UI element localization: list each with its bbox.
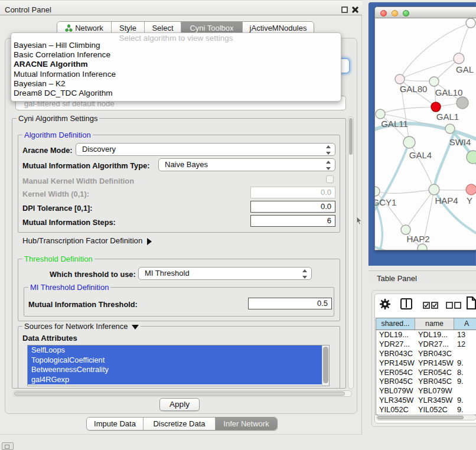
network-node-hap2[interactable] bbox=[401, 225, 410, 234]
network-node-swi4[interactable] bbox=[445, 124, 455, 133]
gear-icon[interactable] bbox=[379, 298, 391, 310]
table-row[interactable]: YDL19...YDL19...13 bbox=[376, 330, 476, 340]
hub-definition-toggle[interactable]: Hub/Transcription Factor Definition bbox=[22, 236, 152, 246]
checked-boxes-icon[interactable] bbox=[423, 302, 438, 309]
attribute-item[interactable]: gal4RGexp bbox=[28, 375, 322, 385]
table-cell: YER054C bbox=[376, 368, 415, 377]
tab-discretize-data[interactable]: Discretize Data bbox=[144, 418, 216, 430]
column-header[interactable]: shared... bbox=[376, 318, 415, 330]
column-header[interactable]: A bbox=[454, 318, 476, 330]
control-panel-titlebar bbox=[0, 0, 362, 15]
algorithm-dropdown-list: Select algorithm to view settings Bayesi… bbox=[11, 32, 341, 102]
which-threshold-combobox[interactable]: MI Threshold bbox=[138, 267, 312, 280]
tab-infer-network[interactable]: Infer Network bbox=[216, 418, 277, 430]
docked-panel-button[interactable] bbox=[2, 442, 14, 450]
network-node-hap4[interactable] bbox=[429, 184, 439, 195]
network-node-gcy1[interactable] bbox=[375, 187, 380, 196]
apply-button[interactable]: Apply bbox=[159, 398, 200, 411]
table-cell: YIL052C bbox=[376, 405, 415, 415]
network-node[interactable] bbox=[418, 244, 427, 250]
table-cell: 9. bbox=[454, 405, 476, 415]
mi-type-combobox[interactable]: Naive Bayes bbox=[158, 158, 335, 171]
network-node-y[interactable] bbox=[466, 184, 476, 195]
minimize-traffic-light[interactable] bbox=[392, 10, 398, 17]
network-node-gal1[interactable] bbox=[431, 102, 441, 112]
mi-steps-field[interactable]: 6 bbox=[250, 215, 335, 227]
algorithm-option[interactable]: ARACNE Algorithm bbox=[11, 60, 341, 69]
which-threshold-label: Which threshold to use: bbox=[50, 269, 136, 279]
table-cell: YIL052C bbox=[415, 405, 454, 415]
column-header[interactable]: name bbox=[415, 318, 454, 330]
close-icon[interactable] bbox=[351, 5, 359, 14]
kernel-width-field[interactable]: 0.0 bbox=[250, 187, 335, 198]
data-attributes-list[interactable]: SelfLoopsTopologicalCoefficientBetweenne… bbox=[27, 345, 330, 386]
network-node-gal11[interactable] bbox=[376, 109, 385, 119]
file-icon[interactable] bbox=[466, 296, 476, 309]
node-label: GAL10 bbox=[435, 87, 463, 97]
aracne-mode-combobox[interactable]: Discovery bbox=[76, 143, 335, 156]
network-node-gal4[interactable] bbox=[403, 136, 415, 148]
algorithm-option[interactable]: Dream8 DC_TDC Algorithm bbox=[11, 89, 341, 98]
table-cell: 13 bbox=[454, 330, 476, 340]
mi-threshold-field[interactable]: 0.5 bbox=[248, 298, 332, 309]
manual-kernel-checkbox[interactable] bbox=[326, 175, 334, 183]
node-label: GAL4 bbox=[409, 150, 432, 160]
network-node-gal10[interactable] bbox=[429, 77, 439, 86]
close-traffic-light[interactable] bbox=[380, 10, 387, 17]
table-row[interactable]: YLR345WYLR345W9. bbox=[376, 396, 476, 405]
network-canvas[interactable]: GALGAL80GAL10GAL1GAL11SWI4GAL4GCY1HAP4YH… bbox=[375, 18, 476, 250]
table-row[interactable]: YIL052CYIL052C9. bbox=[376, 405, 476, 415]
table-row[interactable]: YBL079WYBL079W bbox=[376, 386, 476, 396]
table-horizontal-scrollbar[interactable] bbox=[376, 415, 476, 420]
node-label: SWI4 bbox=[449, 137, 471, 147]
node-label: GAL1 bbox=[436, 112, 459, 122]
table-cell bbox=[454, 386, 476, 396]
table-panel-title: Table Panel bbox=[377, 274, 417, 283]
table-cell: YDR27... bbox=[415, 340, 454, 349]
attributes-scrollbar[interactable] bbox=[322, 345, 329, 386]
unchecked-boxes-icon[interactable] bbox=[446, 302, 461, 309]
node-label: Y bbox=[467, 195, 472, 206]
float-icon[interactable] bbox=[341, 6, 348, 13]
table-cell: YDL19... bbox=[415, 330, 454, 340]
network-node-gal80[interactable] bbox=[395, 74, 405, 84]
table-cell: YLR345W bbox=[376, 396, 415, 405]
table-row[interactable]: YPR145WYPR145W9. bbox=[376, 358, 476, 368]
node-table: shared...nameA YDL19...YDL19...13YDR27..… bbox=[376, 318, 476, 415]
table-cell: 12 bbox=[454, 340, 476, 349]
table-row[interactable]: YDR27...YDR27...12 bbox=[376, 340, 476, 349]
network-view-window[interactable]: GALGAL80GAL10GAL1GAL11SWI4GAL4GCY1HAP4YH… bbox=[374, 6, 476, 250]
attribute-item[interactable]: SelfLoops bbox=[28, 345, 322, 356]
network-icon bbox=[65, 24, 73, 32]
algorithm-options: Bayesian – Hill ClimbingBasic Correlatio… bbox=[11, 41, 341, 98]
node-label: GAL80 bbox=[400, 84, 428, 94]
table-row[interactable]: YBR043CYBR043C bbox=[376, 349, 476, 358]
table-row[interactable]: YBR045CYBR045C9. bbox=[376, 377, 476, 386]
zoom-traffic-light[interactable] bbox=[403, 10, 409, 17]
settings-horizontal-scrollbar[interactable] bbox=[13, 390, 352, 397]
node-label: HAP4 bbox=[435, 195, 458, 206]
network-node[interactable] bbox=[467, 151, 476, 164]
table-body: YDL19...YDL19...13YDR27...YDR27...12YBR0… bbox=[376, 330, 476, 415]
algorithm-option[interactable]: Mutual Information Inference bbox=[11, 70, 341, 79]
algorithm-option[interactable]: Bayesian – K2 bbox=[11, 79, 341, 89]
dpi-tolerance-field[interactable]: 0.0 bbox=[250, 201, 335, 213]
table-cell: YBL079W bbox=[415, 386, 454, 396]
table-cell: YPR145W bbox=[415, 358, 454, 368]
attribute-item[interactable]: BetweennessCentrality bbox=[28, 365, 322, 375]
settings-vertical-scrollbar[interactable] bbox=[348, 116, 354, 389]
table-row[interactable]: YER054CYER054C8. bbox=[376, 368, 476, 377]
settings-legend: Cyni Algorithm Settings bbox=[17, 114, 99, 123]
network-window-titlebar[interactable] bbox=[375, 7, 476, 18]
sources-legend[interactable]: Sources for Network Inference bbox=[22, 322, 141, 331]
network-node[interactable] bbox=[457, 97, 468, 109]
algorithm-option[interactable]: Basic Correlation Inference bbox=[11, 50, 341, 60]
mi-threshold-legend: MI Threshold Definition bbox=[28, 283, 110, 292]
columns-icon[interactable] bbox=[400, 298, 412, 309]
network-node-gal[interactable] bbox=[454, 53, 464, 64]
table-cell: YER054C bbox=[415, 368, 454, 377]
network-node[interactable] bbox=[466, 18, 475, 28]
tab-impute-data[interactable]: Impute Data bbox=[87, 418, 144, 430]
attribute-item[interactable]: TopologicalCoefficient bbox=[28, 356, 322, 366]
table-cell: YLR345W bbox=[415, 396, 454, 405]
